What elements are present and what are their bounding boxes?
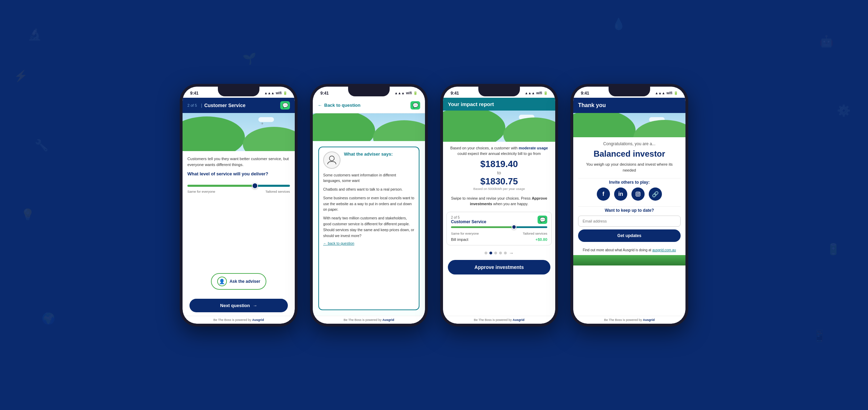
battery-icon-2: 🔋 [413, 91, 417, 95]
adviser-popup-2: What the adviser says: Some customers wa… [318, 147, 419, 310]
get-updates-button-4[interactable]: Get updates [578, 229, 681, 242]
content-area-4: Congratulations, you are a... Balanced i… [573, 113, 685, 316]
status-icons-3: ▲▲▲ wifi 🔋 [525, 91, 548, 95]
notch-4 [609, 87, 650, 96]
question-main-1: What level of service will you deliver? [187, 171, 290, 176]
dot-2 [489, 252, 492, 254]
dot-5 [504, 252, 507, 254]
notch-1 [218, 87, 259, 96]
link-icon[interactable]: 🔗 [649, 187, 662, 201]
ausgrid-link-4[interactable]: ausgrid.com.au [652, 248, 676, 252]
adviser-para-1: Some customers want information in diffe… [323, 172, 415, 184]
facebook-icon[interactable]: f [597, 187, 610, 201]
footer-text-3: Be The Boss is powered by [474, 318, 512, 322]
back-to-question-link-2[interactable]: ← back to question [323, 241, 415, 245]
time-1: 9:41 [190, 91, 198, 96]
ask-adviser-button-1[interactable]: 👤 Ask the adviser [211, 273, 267, 290]
dot-3 [494, 252, 497, 254]
adviser-avatar-2 [323, 151, 340, 169]
chat-icon-2[interactable]: 💬 [410, 101, 420, 110]
status-icons-2: ▲▲▲ wifi 🔋 [395, 91, 417, 95]
phones-container: 9:41 ▲▲▲ wifi 🔋 2 of 5 | Customer Servic… [180, 84, 688, 326]
next-arrow-3[interactable]: → [509, 250, 514, 256]
approve-label-3: Approve investments [475, 264, 524, 270]
back-link-label-2[interactable]: Back to question [324, 103, 361, 108]
time-4: 9:41 [581, 91, 589, 96]
back-header-2[interactable]: ← Back to question 💬 [313, 98, 425, 113]
get-updates-label-4: Get updates [617, 233, 641, 238]
email-input-4[interactable] [578, 216, 681, 227]
moderate-usage-label: moderate usage [519, 146, 548, 150]
dots-row-3: → [443, 248, 555, 258]
adviser-para-2: Chatbots and others want to talk to a re… [323, 186, 415, 192]
thankyou-header-4: Thank you [573, 98, 685, 113]
scene-4 [573, 113, 685, 137]
linkedin-icon[interactable]: in [614, 187, 627, 201]
impact-intro-3: Based on your choices, a customer with m… [443, 142, 555, 159]
signal-icon: ▲▲▲ [264, 91, 275, 95]
chat-icon-3[interactable]: 💬 [538, 216, 547, 224]
adviser-body-2: Some customers want information in diffe… [323, 172, 415, 239]
scene-3 [443, 111, 555, 142]
ask-adviser-label-1: Ask the adviser [230, 279, 260, 284]
notch-3 [478, 87, 520, 96]
price-from-3: $1819.40 [443, 159, 555, 169]
phone-3: 9:41 ▲▲▲ wifi 🔋 Your impact report [440, 84, 558, 326]
scene-2 [313, 113, 425, 141]
slider-labels-1: Same for everyone Tailored services [187, 190, 290, 193]
review-card-3: 2 of 5 Customer Service 💬 Same for every… [446, 212, 552, 245]
adviser-para-4: With nearly two million customers and st… [323, 215, 415, 238]
adviser-avatar-small-1: 👤 [217, 277, 227, 286]
instagram-icon[interactable] [631, 187, 645, 201]
slider-right-label-1: Tailored services [265, 190, 290, 193]
back-arrow-icon: ← [318, 103, 322, 108]
approve-button-3[interactable]: Approve investments [448, 260, 550, 274]
brand-4: Ausgrid [643, 318, 655, 322]
footer-text-4: Be The Boss is powered by [604, 318, 642, 322]
slider-thumb-1[interactable] [252, 183, 258, 189]
investor-title-4: Balanced investor [573, 148, 685, 162]
review-slider-thumb-3[interactable] [512, 225, 516, 229]
slider-1[interactable]: Same for everyone Tailored services [187, 183, 290, 193]
adviser-content-2: What the adviser says: Some customers wa… [313, 141, 425, 316]
svg-point-3 [639, 193, 640, 193]
impact-intro-text2: could expect their annual electricity bi… [458, 151, 541, 156]
time-2: 9:41 [320, 91, 329, 96]
review-left-label-3: Same for everyone [451, 232, 479, 235]
adviser-says-label-2: What the adviser says: [344, 151, 393, 157]
price-to-3: $1830.75 [443, 176, 555, 187]
footer-3: Be The Boss is powered by Ausgrid [443, 316, 555, 324]
arrow-icon-1: → [253, 303, 257, 308]
bird-icon-1: ✈ [261, 122, 264, 125]
signal-icon-3: ▲▲▲ [525, 91, 535, 95]
footer-4: Be The Boss is powered by Ausgrid [573, 316, 685, 324]
social-icons-4: f in 🔗 [573, 187, 685, 201]
svg-point-2 [637, 193, 639, 195]
footer-2: Be The Boss is powered by Ausgrid [313, 316, 425, 324]
svg-rect-1 [636, 192, 640, 196]
header-title-1: Customer Service [204, 103, 246, 108]
bill-impact-value-3: +$0.80 [535, 237, 547, 242]
adviser-para-3: Some business customers or even local co… [323, 195, 415, 212]
next-button-1[interactable]: Next question → [189, 299, 288, 312]
review-slider-track-3 [451, 226, 547, 228]
review-card-header-3: 2 of 5 Customer Service 💬 [451, 216, 547, 224]
brand-1: Ausgrid [252, 318, 264, 322]
notch-2 [348, 87, 390, 96]
congrats-text-4: Congratulations, you are a... [573, 137, 685, 148]
brand-2: Ausgrid [382, 318, 394, 322]
updates-title-4: Want to keep up to date? [573, 208, 685, 213]
wifi-icon-2: wifi [406, 91, 412, 95]
content-area-3: Based on your choices, a customer with m… [443, 142, 555, 316]
battery-icon-3: 🔋 [543, 91, 548, 95]
battery-icon: 🔋 [283, 91, 287, 95]
impact-title-3: Your impact report [448, 101, 494, 107]
kwh-note-3: Based on 5000kWh per year usage [443, 187, 555, 191]
chat-icon-1[interactable]: 💬 [280, 101, 290, 110]
bill-impact-3: Bill impact +$0.80 [451, 237, 547, 242]
signal-icon-2: ▲▲▲ [395, 91, 405, 95]
brand-3: Ausgrid [513, 318, 524, 322]
swipe-outro: when you are happy. [493, 202, 528, 206]
time-3: 9:41 [451, 91, 459, 96]
question-intro-1: Customers tell you they want better cust… [187, 156, 290, 168]
